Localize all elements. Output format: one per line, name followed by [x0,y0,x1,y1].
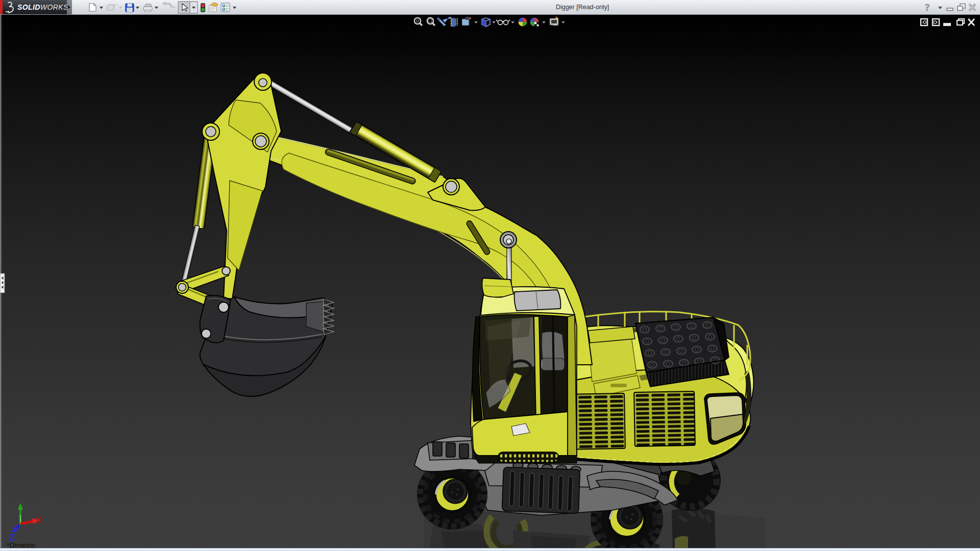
svg-text:?: ? [925,2,930,13]
